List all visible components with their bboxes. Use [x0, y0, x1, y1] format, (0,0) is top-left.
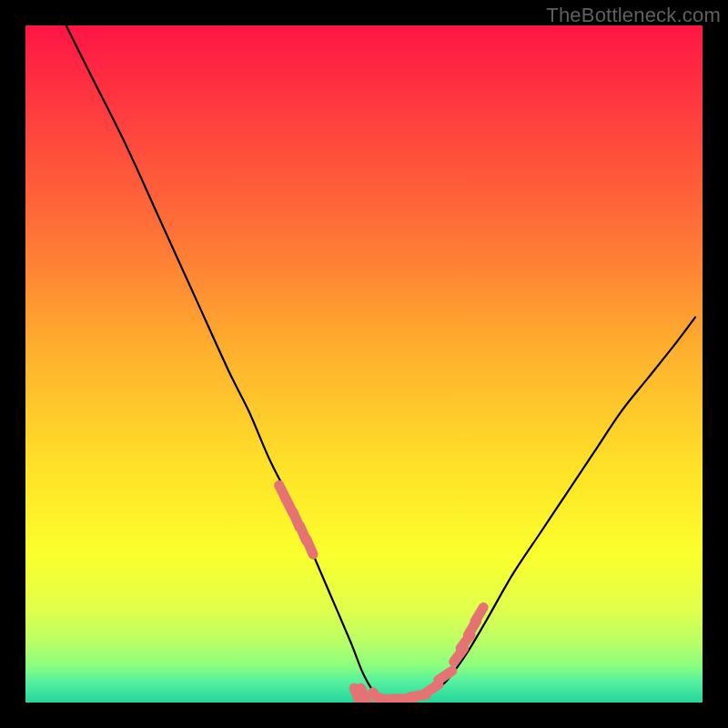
gradient-background: [25, 25, 703, 703]
chart-frame: TheBottleneck.com: [0, 0, 728, 728]
marker-dash: [307, 540, 313, 555]
chart-svg: [25, 25, 703, 703]
marker-dash: [361, 688, 368, 703]
watermark-text: TheBottleneck.com: [546, 4, 721, 27]
plot-area: [25, 25, 703, 703]
